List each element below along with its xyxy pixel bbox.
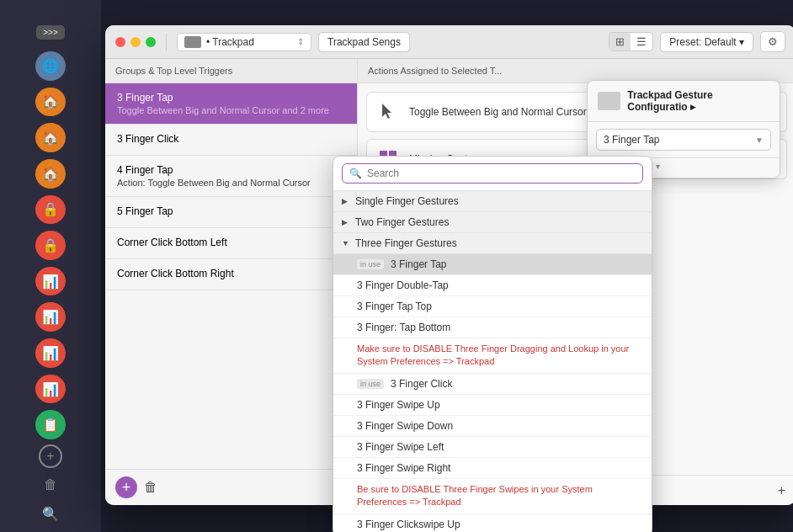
gesture-panel-title: Trackpad Gesture Configuratio ▸ [627,89,769,113]
left-panel-footer: + 🗑 [105,469,357,505]
dropdown-item-3-finger-tap[interactable]: in use 3 Finger Tap [333,254,652,275]
trigger-item-3-finger-tap[interactable]: 3 Finger Tap Toggle Between Big and Norm… [105,83,357,125]
dropdown-item-text: 3 Finger Tap [391,258,447,270]
grid-view-button[interactable]: ⊞ [609,33,631,51]
dropdown-search: 🔍 [333,157,652,191]
device-selector-arrows: ⇕ [297,37,304,46]
title-bar-divider [166,34,167,51]
traffic-lights [115,37,156,47]
sidebar-item-home2[interactable]: 🏠 [35,123,66,152]
dropdown-item-text: 3 Finger Click [391,378,452,390]
dropdown-item-text: 3 Finger Swipe Up [357,399,440,411]
sidebar-item-chart2[interactable]: 📊 [35,302,66,332]
dropdown-item-3-finger-tap-bottom[interactable]: 3 Finger: Tap Bottom [333,317,652,338]
left-panel: Groups & Top Level Triggers 3 Finger Tap… [105,59,358,505]
trackpad-icon [598,92,620,110]
trigger-item-title: 3 Finger Tap [117,92,345,104]
section-arrow-expanded-icon: ▼ [342,239,350,247]
trigger-item-subtitle: Toggle Between Big and Normal Cursor and… [117,105,345,115]
trigger-item-subtitle: Action: Toggle Between Big and Normal Cu… [117,178,345,188]
dropdown-item-text: 3 Finger Swipe Right [357,462,450,474]
title-bar-right: ⊞ ☰ Preset: Default ▾ ⚙ [609,31,785,52]
cursor-icon [375,99,401,125]
trigger-item-corner-bottom-right[interactable]: Corner Click Bottom Right [105,259,357,290]
device-selector[interactable]: • Trackpad ⇕ [177,33,311,51]
dropdown-item-text: 3 Finger Tap Top [357,301,432,312]
sidebar-item-chart[interactable]: 📊 [35,267,66,296]
section-arrow-icon: ▶ [342,197,350,205]
in-use-badge: in use [357,259,384,269]
sidebar-expand-button[interactable]: >>> [36,25,65,40]
two-finger-gestures-header[interactable]: ▶ Two Finger Gestures [333,212,652,233]
dropdown-item-text: 3 Finger Swipe Down [357,420,453,432]
trigger-item-title: 5 Finger Tap [117,205,345,217]
dropdown-popup: 🔍 ▶ Single Finger Gestures ▶ Two Finger … [333,156,652,532]
gesture-panel-header: Trackpad Gesture Configuratio ▸ [588,81,780,122]
device-name: • Trackpad [206,36,292,48]
sidebar-add-button[interactable]: + [39,444,62,468]
sidebar-item-chart4[interactable]: 📊 [35,375,66,404]
in-use-badge: in use [357,379,384,389]
preset-button[interactable]: Preset: Default ▾ [660,32,753,52]
section-title: Two Finger Gestures [355,216,449,228]
dropdown-item-3-finger-swipe-up[interactable]: 3 Finger Swipe Up [333,395,652,416]
trigger-item-4-finger-tap[interactable]: 4 Finger Tap Action: Toggle Between Big … [105,156,357,197]
trigger-item-5-finger-tap[interactable]: 5 Finger Tap [105,197,357,228]
search-icon: 🔍 [349,168,362,179]
sidebar-bottom: + 🗑 🔍 [39,444,62,525]
trigger-item-title: 3 Finger Click [117,133,345,145]
device-icon [184,36,201,48]
list-view-button[interactable]: ☰ [631,33,652,51]
sidebar-trash-button[interactable]: 🗑 [39,473,62,497]
sidebar-item-lock[interactable]: 🔒 [35,195,66,225]
sidebar-item-globe[interactable]: 🌐 [35,51,66,81]
trigger-item-title: Corner Click Bottom Right [117,268,345,279]
sidebar-item-chart3[interactable]: 📊 [35,338,66,368]
minimize-button[interactable] [130,37,141,47]
dropdown-warning-dragging: Make sure to DISABLE Three Finger Draggi… [333,338,652,374]
trigger-item-title: Corner Click Bottom Left [117,237,345,248]
left-panel-header: Groups & Top Level Triggers [105,59,357,83]
maximize-button[interactable] [146,37,156,47]
dropdown-item-text: 3 Finger Swipe Left [357,441,444,453]
dropdown-item-3-finger-tap-top[interactable]: 3 Finger Tap Top [333,296,652,317]
delete-trigger-button[interactable]: 🗑 [144,480,157,495]
dropdown-item-3-finger-click[interactable]: in use 3 Finger Click [333,374,652,395]
dropdown-item-3-finger-swipe-right[interactable]: 3 Finger Swipe Right [333,458,652,479]
trigger-item-corner-bottom-left[interactable]: Corner Click Bottom Left [105,228,357,259]
trackpad-settings-button[interactable]: Trackpad Se⁢⁢ngs [318,32,410,52]
section-arrow-icon: ▶ [342,218,350,226]
single-finger-gestures-header[interactable]: ▶ Single Finger Gestures [333,191,652,212]
sidebar-item-green[interactable]: 📋 [35,410,66,439]
dropdown-item-3-finger-double-tap[interactable]: 3 Finger Double-Tap [333,275,652,296]
dropdown-item-text: 3 Finger: Tap Bottom [357,322,450,333]
sidebar: >>> 🌐 🏠 🏠 🏠 🔒 🔒 📊 📊 📊 📊 📋 + 🗑 🔍 [0,0,101,532]
dropdown-item-3-finger-swipe-down[interactable]: 3 Finger Swipe Down [333,416,652,437]
gesture-dropdown[interactable]: 3 Finger Tap ▼ [596,129,771,151]
trigger-list: 3 Finger Tap Toggle Between Big and Norm… [105,83,357,469]
section-title: Three Finger Gestures [355,237,457,249]
sidebar-item-home3[interactable]: 🏠 [35,159,66,189]
dropdown-warning-swipes: Be sure to DISABLE Three Finger Swipes i… [333,479,652,514]
search-input[interactable] [367,168,636,179]
dropdown-item-3-finger-swipe-left[interactable]: 3 Finger Swipe Left [333,437,652,458]
title-bar: • Trackpad ⇕ Trackpad Se⁢⁢ngs ⊞ ☰ Preset… [105,25,793,59]
view-toggle: ⊞ ☰ [609,32,653,51]
dropdown-item-3-finger-clickswipe-up[interactable]: 3 Finger Clickswipe Up [333,514,652,532]
close-button[interactable] [115,37,125,47]
dropdown-chevron-icon: ▼ [755,136,764,145]
gear-button[interactable]: ⚙ [760,31,785,52]
section-title: Single Finger Gestures [355,195,459,207]
dropdown-item-text: 3 Finger Double-Tap [357,279,449,291]
footer-right-add-button[interactable]: + [778,483,785,498]
add-trigger-button[interactable]: + [115,476,137,498]
gesture-dropdown-label: 3 Finger Tap [604,134,660,146]
sidebar-search-button[interactable]: 🔍 [39,502,62,525]
three-finger-gestures-header[interactable]: ▼ Three Finger Gestures [333,233,652,254]
search-input-wrap: 🔍 [342,163,643,184]
trigger-item-title: 4 Finger Tap [117,164,345,176]
trigger-item-3-finger-click[interactable]: 3 Finger Click [105,125,357,156]
dropdown-item-text: 3 Finger Clickswipe Up [357,519,460,530]
sidebar-item-lock2[interactable]: 🔒 [35,231,66,260]
sidebar-item-home[interactable]: 🏠 [35,88,66,117]
